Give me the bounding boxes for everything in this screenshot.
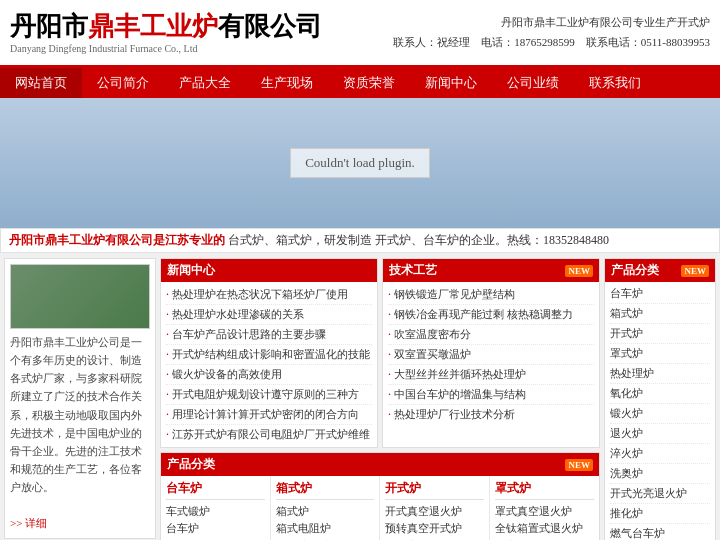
list-item: 台车炉 — [166, 520, 265, 537]
marquee-bar: 丹阳市鼎丰工业炉有限公司是江苏专业的 台式炉、箱式炉，研发制造 开式炉、台车炉的… — [0, 228, 720, 253]
about-box: 丹阳市鼎丰工业炉公司是一个有多年历史的设计、制造各式炉厂家，与多家科研院所建立了… — [4, 258, 156, 539]
contact-info: 联系人：祝经理 电话：18765298599 联系电话：0511-8803995… — [393, 33, 710, 53]
list-item: · 用理论计算计算开式炉密闭的闭合方向 — [166, 405, 372, 425]
list-item: 车式锻炉 — [166, 503, 265, 520]
list-item: · 钢铁冶金再现产能过剩 核热稳调整力 — [388, 305, 594, 325]
banner: Couldn't load plugin. — [0, 98, 720, 228]
nav-performance[interactable]: 公司业绩 — [492, 68, 574, 98]
list-item: 箱式电阻炉 — [276, 520, 375, 537]
right-prod-section: 产品分类 NEW 台车炉 箱式炉 开式炉 罩式炉 热处理炉 氧化炉 锻火炉 退火… — [604, 258, 716, 540]
contact-phone: 电话：18765298599 — [481, 36, 575, 48]
middle-column: 新闻中心 · 热处理炉在热态状况下箱坯炉厂使用 · 热处理炉水处理渗碳的关系 ·… — [160, 258, 600, 540]
prod-col-zhao: 罩式炉 罩式真空退火炉 全钛箱置式退火炉 光亮置式退火炉 大型罩式真空置密封炉 … — [490, 476, 600, 540]
prod-col-kai: 开式炉 开式真空退火炉 预转真空开式炉 开式高真空悬浮气氛炉 开式真空热处理高温… — [380, 476, 490, 540]
news-title: 新闻中心 — [167, 262, 215, 279]
logo-area: 丹阳市鼎丰工业炉有限公司 Danyang Dingfeng Industrial… — [10, 11, 322, 53]
col-header: 台车炉 — [166, 480, 265, 500]
list-item: 台车炉 — [610, 284, 710, 304]
prod-col-xiang: 箱式炉 箱式炉 箱式电阻炉 箱式淬火炉 箱式炉 高精密家用箱炉 — [271, 476, 381, 540]
list-item: · 大型丝并丝并循环热处理炉 — [388, 365, 594, 385]
list-item: 罩式炉 — [610, 344, 710, 364]
contact-fax: 联系电话：0511-88039953 — [586, 36, 710, 48]
list-item: 开式真空退火炉 — [385, 503, 484, 520]
right-prod-header: 产品分类 NEW — [605, 259, 715, 282]
list-item: 罩式真空退火炉 — [495, 503, 595, 520]
list-item: 退火炉 — [610, 424, 710, 444]
list-item: · 中国台车炉的增温集与结构 — [388, 385, 594, 405]
new-badge-2: NEW — [565, 459, 593, 471]
main-content: 丹阳市鼎丰工业炉公司是一个有多年历史的设计、制造各式炉厂家，与多家科研院所建立了… — [0, 253, 720, 540]
contact-person: 联系人：祝经理 — [393, 36, 470, 48]
about-image — [10, 264, 150, 329]
right-column: 产品分类 NEW 台车炉 箱式炉 开式炉 罩式炉 热处理炉 氧化炉 锻火炉 退火… — [604, 258, 716, 540]
list-item: · 开式炉结构组成计影响和密置温化的技能 — [166, 345, 372, 365]
list-item: 开式光亮退火炉 — [610, 484, 710, 504]
list-item: · 锻火炉设备的高效使用 — [166, 365, 372, 385]
list-item: 洗奥炉 — [610, 464, 710, 484]
company-tag: 丹阳市鼎丰工业炉有限公司专业生产开式炉 — [393, 13, 710, 33]
news-box: 新闻中心 · 热处理炉在热态状况下箱坯炉厂使用 · 热处理炉水处理渗碳的关系 ·… — [160, 258, 378, 448]
list-item: · 吹室温度密布分 — [388, 325, 594, 345]
nav-products[interactable]: 产品大全 — [164, 68, 246, 98]
prod-cat-grid: 台车炉 车式锻炉 台车炉 台车炉 全封盖台炉系列 箱式炉 箱式炉 箱式电阻炉 箱… — [161, 476, 599, 540]
news-tech-row: 新闻中心 · 热处理炉在热态状况下箱坯炉厂使用 · 热处理炉水处理渗碳的关系 ·… — [160, 258, 600, 448]
list-item: · 双室置买墩温炉 — [388, 345, 594, 365]
list-item: 全钛箱置式退火炉 — [495, 520, 595, 537]
list-item: · 江苏开式炉有限公司电阻炉厂开式炉维维 — [166, 425, 372, 444]
about-text: 丹阳市鼎丰工业炉公司是一个有多年历史的设计、制造各式炉厂家，与多家科研院所建立了… — [10, 333, 150, 496]
right-prod-list: 台车炉 箱式炉 开式炉 罩式炉 热处理炉 氧化炉 锻火炉 退火炉 淬火炉 洗奥炉… — [605, 282, 715, 540]
list-item: 开式炉 — [610, 324, 710, 344]
tech-header: 技术工艺 NEW — [383, 259, 599, 282]
logo-english: Danyang Dingfeng Industrial Furnace Co.,… — [10, 43, 322, 54]
plugin-message: Couldn't load plugin. — [290, 148, 430, 178]
logo-cn-suffix: 有限公司 — [218, 11, 322, 41]
nav-production[interactable]: 生产现场 — [246, 68, 328, 98]
list-item: 氧化炉 — [610, 384, 710, 404]
nav-qualification[interactable]: 资质荣誉 — [328, 68, 410, 98]
tech-box: 技术工艺 NEW · 钢铁锻造厂常见炉壁结构 · 钢铁冶金再现产能过剩 核热稳调… — [382, 258, 600, 448]
tech-list: · 钢铁锻造厂常见炉壁结构 · 钢铁冶金再现产能过剩 核热稳调整力 · 吹室温度… — [383, 282, 599, 427]
news-header: 新闻中心 — [161, 259, 377, 282]
list-item: 箱式炉 — [610, 304, 710, 324]
nav-about[interactable]: 公司简介 — [82, 68, 164, 98]
list-item: 锻火炉 — [610, 404, 710, 424]
list-item: · 台车炉产品设计思路的主要步骤 — [166, 325, 372, 345]
nav-home[interactable]: 网站首页 — [0, 68, 82, 98]
header: 丹阳市鼎丰工业炉有限公司 Danyang Dingfeng Industrial… — [0, 0, 720, 68]
list-item: · 开式电阻炉规划设计遵守原则的三种方 — [166, 385, 372, 405]
list-item: · 钢铁锻造厂常见炉壁结构 — [388, 285, 594, 305]
nav-news[interactable]: 新闻中心 — [410, 68, 492, 98]
tech-title: 技术工艺 — [389, 262, 437, 279]
prod-cat-header: 产品分类 NEW — [161, 453, 599, 476]
news-list: · 热处理炉在热态状况下箱坯炉厂使用 · 热处理炉水处理渗碳的关系 · 台车炉产… — [161, 282, 377, 447]
marquee-label: 丹阳市鼎丰工业炉有限公司是江苏专业的 — [9, 233, 225, 247]
col-header: 罩式炉 — [495, 480, 595, 500]
list-item: 燃气台车炉 — [610, 524, 710, 540]
col-header: 开式炉 — [385, 480, 484, 500]
logo-cn-prefix: 丹阳市 — [10, 11, 88, 41]
list-item: 热处理炉 — [610, 364, 710, 384]
logo-chinese: 丹阳市鼎丰工业炉有限公司 — [10, 11, 322, 42]
list-item: · 热处理炉厂行业技术分析 — [388, 405, 594, 424]
logo-cn-brand: 鼎丰工业炉 — [88, 11, 218, 41]
list-item: · 热处理炉水处理渗碳的关系 — [166, 305, 372, 325]
new-badge: NEW — [565, 265, 593, 277]
list-item: 箱式炉 — [276, 503, 375, 520]
prod-cat-title: 产品分类 — [167, 456, 215, 473]
nav-contact[interactable]: 联系我们 — [574, 68, 656, 98]
list-item: 淬火炉 — [610, 444, 710, 464]
main-nav: 网站首页 公司简介 产品大全 生产现场 资质荣誉 新闻中心 公司业绩 联系我们 — [0, 68, 720, 98]
header-contact: 丹阳市鼎丰工业炉有限公司专业生产开式炉 联系人：祝经理 电话：187652985… — [393, 13, 710, 53]
list-item: · 热处理炉在热态状况下箱坯炉厂使用 — [166, 285, 372, 305]
new-badge-right: NEW — [681, 265, 709, 277]
marquee-text: 台式炉、箱式炉，研发制造 开式炉、台车炉的企业。热线：18352848480 — [228, 233, 609, 247]
left-column: 丹阳市鼎丰工业炉公司是一个有多年历史的设计、制造各式炉厂家，与多家科研院所建立了… — [4, 258, 156, 540]
list-item: 推化炉 — [610, 504, 710, 524]
product-category-section: 产品分类 NEW 台车炉 车式锻炉 台车炉 台车炉 全封盖台炉系列 箱式炉 — [160, 452, 600, 540]
prod-col-taichu: 台车炉 车式锻炉 台车炉 台车炉 全封盖台炉系列 — [161, 476, 271, 540]
about-more-link[interactable]: >> 详细 — [10, 517, 47, 529]
col-header: 箱式炉 — [276, 480, 375, 500]
right-prod-title: 产品分类 — [611, 262, 659, 279]
list-item: 预转真空开式炉 — [385, 520, 484, 537]
